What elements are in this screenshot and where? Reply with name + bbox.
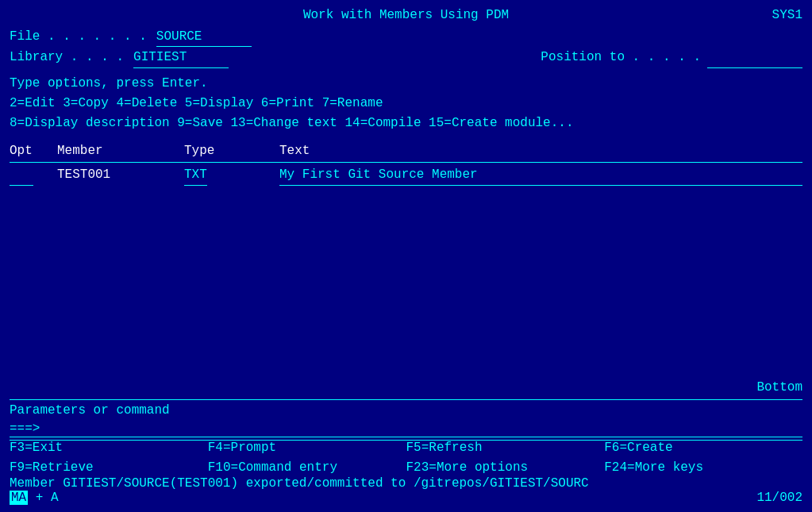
options-line2: 8=Display description 9=Save 13=Change t… xyxy=(10,114,802,133)
f6-key[interactable]: F6=Create xyxy=(604,439,802,457)
options-section: Type options, press Enter. 2=Edit 3=Copy… xyxy=(10,75,802,133)
position-label: Position to . . . . . xyxy=(541,48,701,67)
ma-indicator: + A xyxy=(36,491,59,505)
library-value[interactable]: GITIEST xyxy=(133,48,229,67)
col-type-header: Type xyxy=(184,142,279,160)
col-member-header: Member xyxy=(57,142,184,160)
opt-field[interactable] xyxy=(10,166,57,185)
table-row: TEST001 TXT My First Git Source Member xyxy=(10,166,802,185)
options-line1: 2=Edit 3=Copy 4=Delete 5=Display 6=Print… xyxy=(10,94,802,113)
type-value: TXT xyxy=(184,166,279,185)
col-text-header: Text xyxy=(279,142,802,160)
page-indicator: 11/002 xyxy=(756,489,802,507)
options-header: Type options, press Enter. xyxy=(10,75,802,93)
columns-header: Opt Member Type Text xyxy=(10,142,802,163)
ma-label: MA xyxy=(10,491,28,505)
f5-key[interactable]: F5=Refresh xyxy=(406,439,605,457)
file-label: File . . . . . . . xyxy=(10,28,147,46)
library-label: Library . . . . xyxy=(10,48,124,67)
fkeys-section: F3=Exit F4=Prompt F5=Refresh F6=Create F… xyxy=(10,435,802,479)
type-underline: TXT xyxy=(184,166,207,185)
opt-input[interactable] xyxy=(10,166,33,185)
header-title: Work with Members Using PDM xyxy=(57,6,755,25)
fkeys-row1: F3=Exit F4=Prompt F5=Refresh F6=Create xyxy=(10,439,802,457)
sysname: SYS1 xyxy=(755,6,802,25)
position-input[interactable] xyxy=(707,48,802,67)
file-row: File . . . . . . . SOURCE xyxy=(10,28,802,47)
header-row: Work with Members Using PDM SYS1 xyxy=(10,6,802,25)
screen: Work with Members Using PDM SYS1 File . … xyxy=(0,0,812,512)
fkeys-divider xyxy=(10,437,802,437)
f3-key[interactable]: F3=Exit xyxy=(10,439,208,457)
bottom-bar: MA + A 11/002 xyxy=(10,489,802,507)
file-value[interactable]: SOURCE xyxy=(156,28,252,47)
params-divider xyxy=(10,399,802,400)
ma-section: MA + A xyxy=(10,489,59,507)
member-value: TEST001 xyxy=(57,166,184,184)
col-opt-header: Opt xyxy=(10,142,57,160)
f4-key[interactable]: F4=Prompt xyxy=(208,439,406,457)
bottom-label: Bottom xyxy=(756,379,802,397)
params-label: Parameters or command xyxy=(10,402,802,420)
text-value: My First Git Source Member xyxy=(279,166,802,185)
